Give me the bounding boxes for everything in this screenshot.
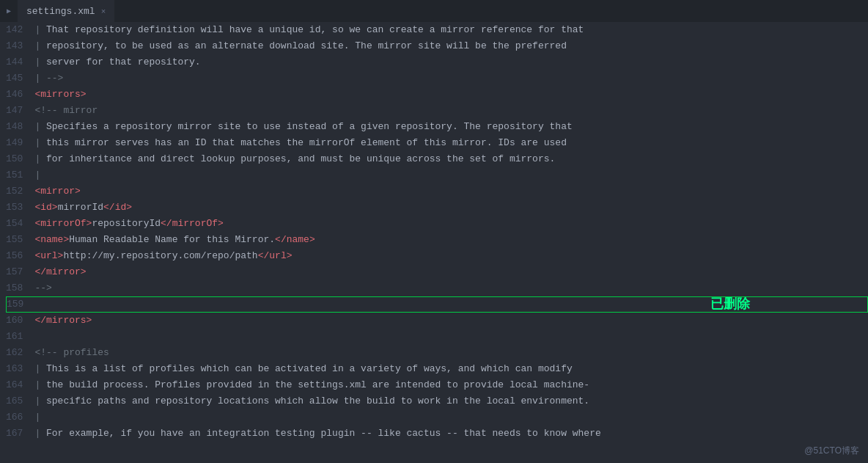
line-content: </mirror> <box>34 264 86 280</box>
line-content: <mirror> <box>34 183 80 200</box>
code-segment-text: the build process. Profiles provided in … <box>46 379 589 390</box>
line-number: 146 <box>6 87 34 103</box>
code-row: 164 | the build process. Profiles provid… <box>6 377 868 393</box>
code-row: 160 </mirrors> <box>6 313 868 329</box>
code-segment-tag: </name> <box>275 234 315 245</box>
code-segment-pipe: | <box>34 153 46 164</box>
line-number: 153 <box>6 200 34 216</box>
code-row: 152 <mirror> <box>6 183 868 200</box>
code-segment-text: for inheritance and direct lookup purpos… <box>46 153 555 164</box>
line-content: <id>mirrorId</id> <box>34 200 132 216</box>
code-row: 158 --> <box>6 280 868 296</box>
code-segment-text: http://my.repository.com/repo/path <box>63 250 257 261</box>
line-number: 148 <box>6 119 34 135</box>
code-segment-pipe: | <box>34 412 40 423</box>
line-content: | Specifies a repository mirror site to … <box>34 119 572 135</box>
code-content[interactable]: 142 | That repository definition will ha… <box>0 22 868 463</box>
code-segment-pipe: | <box>34 428 46 439</box>
editor-tab[interactable]: settings.xml × <box>18 0 114 22</box>
line-number: 150 <box>6 151 34 167</box>
code-segment-pipe: | <box>34 40 46 51</box>
code-segment-tag: </mirror> <box>34 266 86 277</box>
lines-wrapper: 142 | That repository definition will ha… <box>6 22 868 442</box>
line-number: 143 <box>6 38 34 54</box>
line-number: 165 <box>6 393 34 409</box>
line-number: 151 <box>6 167 34 183</box>
code-row: 161 <box>6 329 868 345</box>
code-segment-text: server for that repository. <box>46 56 201 68</box>
code-row: 148 | Specifies a repository mirror site… <box>6 119 868 135</box>
code-segment-tag: </mirrorOf> <box>161 218 224 229</box>
code-row: 157 </mirror> <box>6 264 868 280</box>
line-number: 160 <box>6 313 34 329</box>
code-segment-tag: <id> <box>34 202 57 213</box>
code-segment-tag: <name> <box>34 234 69 245</box>
line-content: <url>http://my.repository.com/repo/path<… <box>34 248 292 264</box>
code-segment-pipe: | <box>34 56 46 68</box>
line-number: 167 <box>6 426 34 442</box>
code-row: 147 <!-- mirror <box>6 103 868 119</box>
tab-filename: settings.xml <box>26 6 95 17</box>
line-number: 161 <box>6 329 34 345</box>
code-segment-pipe: | <box>34 169 40 181</box>
line-content: <!-- mirror <box>34 103 98 119</box>
line-content: | For example, if you have an integratio… <box>34 426 600 442</box>
line-content: --> <box>34 280 51 296</box>
code-row: 146 <mirrors> <box>6 87 868 103</box>
code-row: 145 | --> <box>6 70 868 87</box>
code-segment-text: this mirror serves has an ID that matche… <box>46 137 567 148</box>
line-number: 156 <box>6 248 34 264</box>
code-segment-comment: <!-- mirror <box>34 105 98 116</box>
tab-close-button[interactable]: × <box>101 7 106 16</box>
line-content: <mirrorOf>repositoryId</mirrorOf> <box>34 216 223 232</box>
editor-container: ▶ settings.xml × 142 | That repository d… <box>0 0 868 463</box>
deleted-label: 已删除 <box>710 296 750 313</box>
line-content: | --> <box>34 70 63 87</box>
line-number: 152 <box>6 183 34 200</box>
code-segment-tag: </url> <box>258 250 293 261</box>
line-number: 144 <box>6 54 34 70</box>
line-content: <!-- profiles <box>34 345 108 361</box>
code-row: 153 <id>mirrorId</id> <box>6 200 868 216</box>
line-content: </mirrors> <box>34 313 92 329</box>
code-area: 142 | That repository definition will ha… <box>0 22 868 463</box>
code-row: 150 | for inheritance and direct lookup … <box>6 151 868 167</box>
code-segment-tag: <mirror> <box>34 186 80 197</box>
code-segment-tag: <url> <box>34 250 63 261</box>
line-number: 164 <box>6 377 34 393</box>
code-segment-pipe: | <box>34 379 46 390</box>
line-content: | <box>34 409 40 426</box>
line-number: 166 <box>6 409 34 426</box>
line-content: <name>Human Readable Name for this Mirro… <box>34 232 315 248</box>
line-content: <mirrors> <box>34 87 86 103</box>
code-row: 151 | <box>6 167 868 183</box>
line-number: 142 <box>6 22 34 38</box>
code-segment-tag: </mirrors> <box>34 315 92 326</box>
code-segment-text: specific paths and repository locations … <box>46 395 589 407</box>
line-content: | this mirror serves has an ID that matc… <box>34 135 567 151</box>
code-row: 159已删除 <box>6 296 868 313</box>
line-number: 158 <box>6 280 34 296</box>
code-row: 155 <name>Human Readable Name for this M… <box>6 232 868 248</box>
line-number: 149 <box>6 135 34 151</box>
line-content: | This is a list of profiles which can b… <box>34 361 572 377</box>
line-number: 157 <box>6 264 34 280</box>
code-segment-pipe: | <box>34 73 46 84</box>
line-content: | repository, to be used as an alternate… <box>34 38 567 54</box>
line-number: 147 <box>6 103 34 119</box>
code-segment-text: This is a list of profiles which can be … <box>46 363 573 374</box>
code-segment-tag: <mirrors> <box>34 89 86 100</box>
code-segment-comment: --> <box>46 73 63 84</box>
code-row: 166 | <box>6 409 868 426</box>
code-segment-comment: <!-- profiles <box>34 347 108 358</box>
code-segment-text: repository, to be used as an alternate d… <box>46 40 567 51</box>
line-content: | <box>34 167 40 183</box>
code-segment-pipe: | <box>34 121 46 132</box>
code-row: 165 | specific paths and repository loca… <box>6 393 868 409</box>
code-row: 156 <url>http://my.repository.com/repo/p… <box>6 248 868 264</box>
code-segment-pipe: | <box>34 363 46 374</box>
code-row: 149 | this mirror serves has an ID that … <box>6 135 868 151</box>
code-segment-comment: --> <box>34 282 51 294</box>
code-segment-text: Human Readable Name for this Mirror. <box>69 234 275 245</box>
tab-arrow[interactable]: ▶ <box>0 0 18 22</box>
